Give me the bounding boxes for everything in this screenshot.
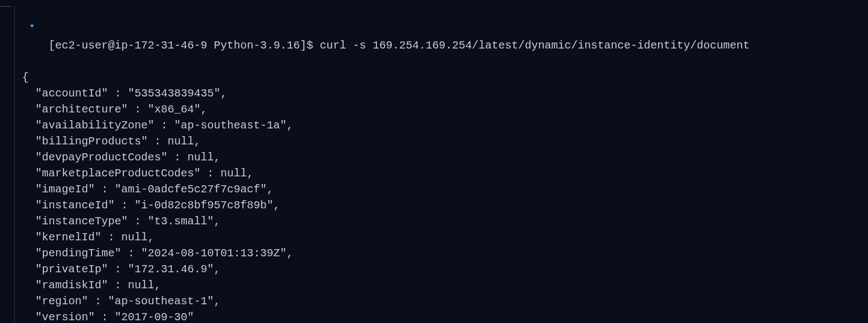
prompt-host: ip-172-31-46-9 bbox=[115, 39, 207, 52]
json-line-accountid: "accountId" : "535343839435", bbox=[22, 85, 868, 101]
gutter-marker-filled-icon: ● bbox=[29, 21, 35, 31]
json-open-brace: { bbox=[22, 69, 868, 85]
terminal-window[interactable]: ● [ec2-user@ip-172-31-46-9 Python-3.9.16… bbox=[0, 6, 868, 323]
command-line: ● [ec2-user@ip-172-31-46-9 Python-3.9.16… bbox=[22, 6, 868, 69]
prompt-space bbox=[207, 39, 214, 52]
json-line-privateip: "privateIp" : "172.31.46.9", bbox=[22, 261, 868, 277]
prompt-close-bracket: ] bbox=[300, 39, 306, 52]
json-line-marketplaceproductcodes: "marketplaceProductCodes" : null, bbox=[22, 165, 868, 181]
json-line-region: "region" : "ap-southeast-1", bbox=[22, 293, 868, 309]
json-line-instanceid: "instanceId" : "i-0d82c8bf957c8f89b", bbox=[22, 197, 868, 213]
json-line-architecture: "architecture" : "x86_64", bbox=[22, 101, 868, 117]
prompt-dir: Python-3.9.16 bbox=[214, 39, 300, 52]
json-line-availabilityzone: "availabilityZone" : "ap-southeast-1a", bbox=[22, 117, 868, 133]
prompt-at: @ bbox=[108, 39, 115, 52]
prompt-symbol: $ bbox=[306, 39, 313, 52]
json-line-ramdiskid: "ramdiskId" : null, bbox=[22, 277, 868, 293]
prompt-open-bracket: [ bbox=[48, 39, 55, 52]
json-line-billingproducts: "billingProducts" : null, bbox=[22, 133, 868, 149]
json-line-pendingtime: "pendingTime" : "2024-08-10T01:13:39Z", bbox=[22, 245, 868, 261]
gutter-border bbox=[14, 6, 15, 323]
prompt-command-space bbox=[313, 39, 320, 52]
json-line-kernelid: "kernelId" : null, bbox=[22, 229, 868, 245]
json-line-version: "version" : "2017-09-30" bbox=[22, 309, 868, 323]
json-line-devpayproductcodes: "devpayProductCodes" : null, bbox=[22, 149, 868, 165]
command-text: curl -s 169.254.169.254/latest/dynamic/i… bbox=[320, 39, 750, 52]
json-line-imageid: "imageId" : "ami-0adcfe5c27f7c9acf", bbox=[22, 181, 868, 197]
json-line-instancetype: "instanceType" : "t3.small", bbox=[22, 213, 868, 229]
prompt-user: ec2-user bbox=[55, 39, 108, 52]
